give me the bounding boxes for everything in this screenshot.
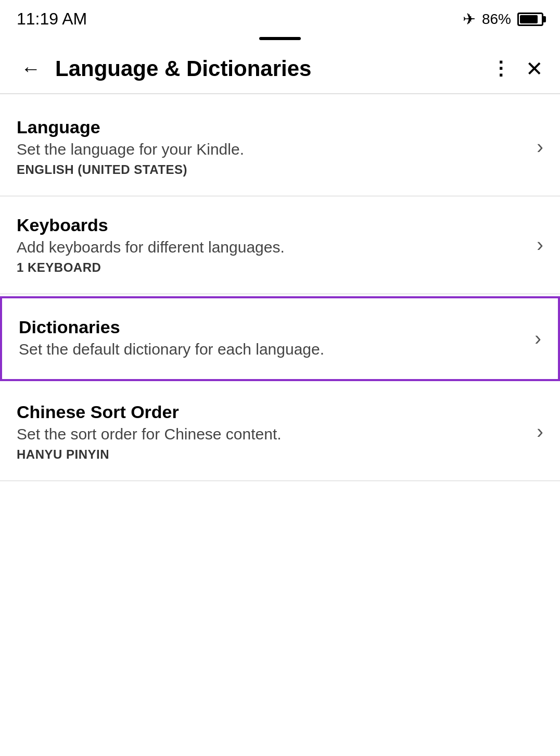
nav-actions: ⋮ ✕ [491, 58, 543, 80]
settings-item-language-title: Language [17, 117, 537, 137]
settings-item-keyboards[interactable]: Keyboards Add keyboards for different la… [0, 196, 560, 294]
airplane-icon: ✈ [463, 10, 476, 28]
status-bar: 11:19 AM ✈ 86% [0, 0, 560, 35]
settings-item-language-content: Language Set the language for your Kindl… [17, 117, 537, 177]
settings-item-language[interactable]: Language Set the language for your Kindl… [0, 98, 560, 196]
settings-item-keyboards-value: 1 KEYBOARD [17, 260, 537, 275]
settings-item-language-value: ENGLISH (UNITED STATES) [17, 162, 537, 177]
more-options-button[interactable]: ⋮ [491, 58, 511, 80]
chevron-right-icon: › [537, 421, 543, 443]
battery-percent: 86% [482, 11, 511, 28]
close-button[interactable]: ✕ [526, 58, 543, 79]
settings-item-dictionaries-desc: Set the default dictionary for each lang… [19, 341, 534, 358]
chevron-right-icon: › [534, 327, 541, 350]
settings-item-chinese-sort-order-title: Chinese Sort Order [17, 402, 537, 422]
swipe-handle-bar [259, 37, 301, 40]
settings-item-dictionaries[interactable]: Dictionaries Set the default dictionary … [0, 296, 560, 381]
settings-item-dictionaries-content: Dictionaries Set the default dictionary … [19, 317, 534, 360]
settings-item-keyboards-title: Keyboards [17, 215, 537, 235]
chevron-right-icon: › [537, 136, 543, 158]
page-title: Language & Dictionaries [55, 56, 491, 81]
settings-item-dictionaries-title: Dictionaries [19, 317, 534, 337]
settings-item-chinese-sort-order-value: HANYU PINYIN [17, 447, 537, 462]
back-button[interactable]: ← [17, 55, 45, 83]
swipe-handle [0, 35, 560, 44]
settings-item-chinese-sort-order[interactable]: Chinese Sort Order Set the sort order fo… [0, 383, 560, 481]
settings-item-keyboards-desc: Add keyboards for different languages. [17, 238, 537, 256]
settings-item-language-desc: Set the language for your Kindle. [17, 141, 537, 158]
chevron-right-icon: › [537, 234, 543, 256]
settings-item-chinese-sort-order-desc: Set the sort order for Chinese content. [17, 425, 537, 443]
status-icons: ✈ 86% [463, 10, 543, 28]
settings-item-chinese-sort-order-content: Chinese Sort Order Set the sort order fo… [17, 402, 537, 462]
settings-item-keyboards-content: Keyboards Add keyboards for different la… [17, 215, 537, 275]
battery-icon [517, 12, 543, 26]
nav-header: ← Language & Dictionaries ⋮ ✕ [0, 44, 560, 94]
status-time: 11:19 AM [17, 9, 87, 29]
back-arrow-icon: ← [21, 58, 41, 80]
settings-list: Language Set the language for your Kindl… [0, 98, 560, 481]
